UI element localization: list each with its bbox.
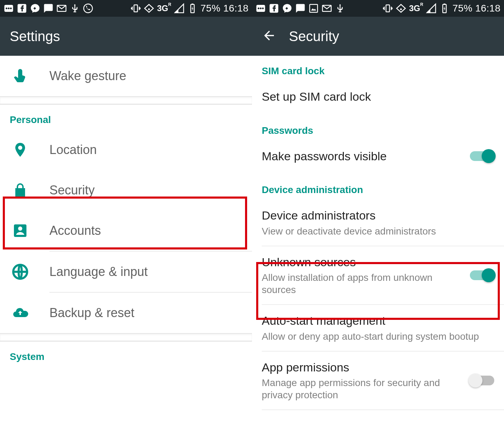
- section-header-personal: Personal: [0, 105, 252, 130]
- app-permissions-subtitle: Manage app permissions for security and …: [262, 375, 457, 401]
- security-item-unknown-sources[interactable]: Unknown sources Allow installation of ap…: [252, 246, 504, 305]
- language-label: Language & input: [49, 264, 242, 279]
- vibrate-icon: [383, 3, 393, 14]
- item-divider: [262, 409, 504, 410]
- device-admins-label: Device administrators: [262, 208, 494, 223]
- svg-point-16: [260, 8, 262, 9]
- svg-rect-24: [443, 3, 445, 5]
- settings-item-location[interactable]: Location: [0, 130, 252, 170]
- network-type-label: 3GR: [157, 3, 171, 13]
- settings-item-language[interactable]: Language & input: [0, 252, 252, 292]
- touch-icon: [10, 68, 49, 84]
- app-permissions-toggle[interactable]: [470, 377, 494, 384]
- wifi-icon: [144, 3, 154, 14]
- location-pin-icon: [10, 141, 49, 158]
- settings-item-accounts[interactable]: Accounts: [0, 210, 252, 251]
- battery-charging-icon: [439, 3, 450, 14]
- security-item-sim-lock[interactable]: Set up SIM card lock: [252, 81, 504, 113]
- image-icon: [308, 3, 319, 14]
- more-notifications-icon: [255, 3, 266, 14]
- messenger-icon: [30, 3, 40, 14]
- chat-bubble-icon: [295, 3, 306, 14]
- backup-label: Backup & reset: [49, 306, 242, 320]
- svg-point-12: [18, 226, 22, 231]
- battery-percentage-label: 75%: [452, 3, 473, 14]
- app-bar-settings: Settings: [0, 17, 252, 56]
- unknown-sources-toggle[interactable]: [470, 272, 494, 279]
- facebook-icon: [17, 3, 27, 14]
- section-divider: [0, 96, 252, 105]
- app-permissions-label: App permissions: [262, 360, 464, 375]
- svg-point-17: [262, 8, 264, 9]
- phone-security: 3GR 75% 16:18 Security SIM card lock Set…: [252, 0, 504, 446]
- network-type-label: 3GR: [409, 3, 423, 13]
- page-title: Settings: [10, 29, 60, 44]
- security-item-pw-visible[interactable]: Make passwords visible: [252, 140, 504, 172]
- section-header-sim: SIM card lock: [252, 56, 504, 81]
- security-item-device-admins[interactable]: Device administrators View or deactivate…: [252, 200, 504, 246]
- settings-list: Wake gesture Personal Location Security …: [0, 56, 252, 367]
- more-notifications-icon: [3, 3, 14, 14]
- svg-rect-19: [310, 5, 318, 13]
- auto-start-label: Auto-start management: [262, 313, 494, 328]
- unknown-sources-subtitle: Allow installation of apps from unknown …: [262, 269, 443, 296]
- cloud-upload-icon: [10, 305, 49, 321]
- unknown-sources-label: Unknown sources: [262, 255, 464, 270]
- svg-point-1: [6, 8, 7, 9]
- auto-start-subtitle: Allow or deny app auto-start during syst…: [262, 328, 494, 343]
- svg-rect-21: [386, 5, 389, 12]
- clock-label: 16:18: [475, 3, 501, 14]
- device-admins-subtitle: View or deactivate device administrators: [262, 223, 494, 237]
- signal-icon: [426, 3, 436, 14]
- status-bar-right: 3GR 75% 16:18: [383, 3, 501, 14]
- pw-visible-label: Make passwords visible: [262, 149, 464, 164]
- lock-icon: [10, 182, 49, 199]
- facebook-icon: [269, 3, 279, 14]
- wifi-icon: [396, 3, 406, 14]
- wake-gesture-label: Wake gesture: [49, 69, 242, 83]
- svg-point-22: [400, 8, 402, 10]
- status-bar: 3GR 75% 16:18: [0, 0, 252, 17]
- gmail-icon: [56, 3, 67, 14]
- battery-charging-icon: [187, 3, 198, 14]
- status-bar-left: [255, 3, 345, 14]
- settings-item-backup[interactable]: Backup & reset: [0, 293, 252, 333]
- phone-settings: 3GR 75% 16:18 Settings Wake gesture Pers…: [0, 0, 252, 446]
- messenger-icon: [282, 3, 292, 14]
- svg-point-2: [8, 8, 10, 9]
- sim-lock-label: Set up SIM card lock: [262, 89, 494, 104]
- settings-item-security[interactable]: Security: [0, 170, 252, 210]
- whatsapp-icon: [83, 3, 93, 14]
- signal-icon: [174, 3, 184, 14]
- pw-visible-toggle[interactable]: [470, 153, 494, 160]
- section-header-system: System: [0, 341, 252, 367]
- globe-icon: [10, 263, 49, 280]
- vibrate-icon: [131, 3, 141, 14]
- security-item-app-permissions[interactable]: App permissions Manage app permissions f…: [252, 352, 504, 410]
- security-item-auto-start[interactable]: Auto-start management Allow or deny app …: [252, 305, 504, 351]
- accounts-label: Accounts: [49, 223, 242, 238]
- security-list: SIM card lock Set up SIM card lock Passw…: [252, 56, 504, 410]
- usb-icon: [70, 3, 80, 14]
- security-label: Security: [49, 183, 242, 198]
- svg-point-15: [258, 8, 259, 9]
- page-title: Security: [289, 29, 339, 44]
- svg-rect-7: [134, 5, 137, 12]
- gmail-icon: [322, 3, 332, 14]
- back-arrow-icon[interactable]: [262, 28, 276, 44]
- svg-point-3: [10, 8, 12, 9]
- section-header-passwords: Passwords: [252, 113, 504, 140]
- account-icon: [10, 222, 49, 239]
- svg-point-8: [148, 8, 150, 10]
- status-bar-right: 3GR 75% 16:18: [131, 3, 249, 14]
- status-bar-left: [3, 3, 93, 14]
- svg-rect-10: [191, 3, 193, 5]
- clock-label: 16:18: [223, 3, 249, 14]
- app-bar-security: Security: [252, 17, 504, 56]
- section-divider: [0, 333, 252, 341]
- chat-bubble-icon: [43, 3, 54, 14]
- status-bar: 3GR 75% 16:18: [252, 0, 504, 17]
- location-label: Location: [49, 143, 242, 157]
- settings-item-wake-gesture[interactable]: Wake gesture: [0, 56, 252, 96]
- section-header-device-admin: Device administration: [252, 172, 504, 200]
